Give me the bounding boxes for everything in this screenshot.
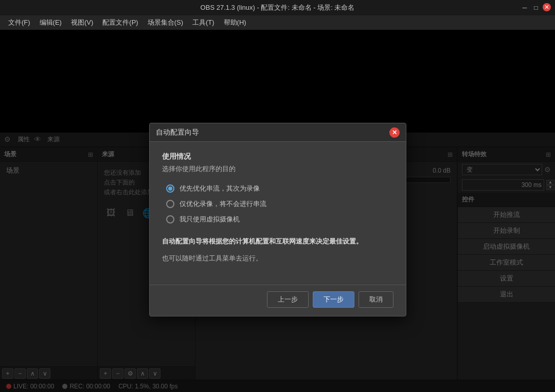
maximize-button[interactable]: □ [531, 3, 541, 12]
radio-label-1: 仅优化录像，将不会进行串流 [180, 199, 266, 209]
window-close-button[interactable]: ✕ [543, 3, 551, 11]
menu-file[interactable]: 文件(F) [4, 16, 34, 29]
menu-scene-collection[interactable]: 场景集合(S) [144, 16, 187, 29]
dialog-close-button[interactable]: ✕ [389, 127, 400, 138]
radio-label-2: 我只使用虚拟摄像机 [180, 215, 240, 224]
radio-item-2[interactable]: 我只使用虚拟摄像机 [166, 215, 393, 224]
radio-label-0: 优先优化串流，其次为录像 [180, 184, 260, 193]
menu-tools[interactable]: 工具(T) [188, 16, 219, 29]
dialog-body: 使用情况 选择你使用此程序的目的 优先优化串流，其次为录像 仅优化录像，将不会进… [150, 142, 406, 285]
title-bar: OBS 27.1.3 (linux) - 配置文件: 未命名 - 场景: 未命名… [0, 0, 555, 15]
dialog-info1: 自动配置向导将根据您的计算机配置和互联网速度来决定最佳设置。 [162, 236, 393, 247]
dialog-prev-button[interactable]: 上一步 [267, 291, 309, 308]
dialog-radio-group: 优先优化串流，其次为录像 仅优化录像，将不会进行串流 我只使用虚拟摄像机 [162, 184, 393, 224]
radio-item-0[interactable]: 优先优化串流，其次为录像 [166, 184, 393, 193]
dialog-info2: 也可以随时通过工具菜单去运行。 [162, 253, 393, 264]
dialog-cancel-button[interactable]: 取消 [359, 291, 393, 308]
menu-profile[interactable]: 配置文件(P) [98, 16, 142, 29]
dialog-section-subtitle: 选择你使用此程序的目的 [162, 164, 393, 174]
radio-item-1[interactable]: 仅优化录像，将不会进行串流 [166, 199, 393, 209]
dialog-overlay: 自动配置向导 ✕ 使用情况 选择你使用此程序的目的 优先优化串流，其次为录像 仅… [0, 30, 555, 392]
dialog-title-bar: 自动配置向导 ✕ [150, 123, 406, 142]
menu-help[interactable]: 帮助(H) [220, 16, 250, 29]
auto-config-dialog: 自动配置向导 ✕ 使用情况 选择你使用此程序的目的 优先优化串流，其次为录像 仅… [149, 123, 406, 316]
minimize-button[interactable]: ─ [520, 3, 529, 12]
window-title: OBS 27.1.3 (linux) - 配置文件: 未命名 - 场景: 未命名 [201, 3, 355, 12]
main-area: ⚙ 属性 👁 来源 场景 ⊞ 场景 + − ∧ ∨ 来源 [0, 30, 555, 380]
menu-edit[interactable]: 编辑(E) [35, 16, 66, 29]
radio-circle-0 [166, 184, 174, 193]
menu-bar: 文件(F) 编辑(E) 视图(V) 配置文件(P) 场景集合(S) 工具(T) … [0, 15, 555, 30]
dialog-title: 自动配置向导 [156, 128, 199, 137]
dialog-section-title: 使用情况 [162, 152, 393, 161]
window-controls: ─ □ ✕ [520, 3, 551, 12]
menu-view[interactable]: 视图(V) [67, 16, 97, 29]
radio-circle-2 [166, 215, 174, 223]
dialog-next-button[interactable]: 下一步 [313, 291, 354, 308]
radio-circle-1 [166, 200, 174, 208]
dialog-footer: 上一步 下一步 取消 [150, 285, 406, 316]
